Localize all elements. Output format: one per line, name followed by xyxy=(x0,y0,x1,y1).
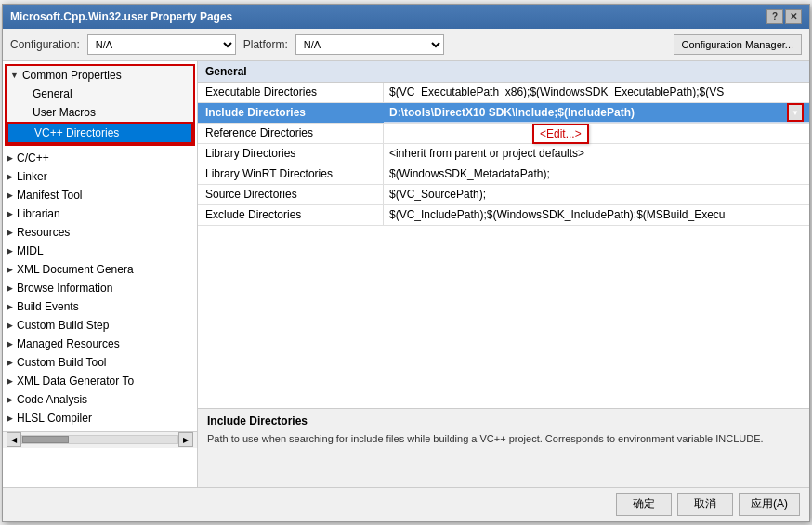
section-header-text: General xyxy=(205,65,247,78)
expand-arrow-xml-data: ▶ xyxy=(7,376,13,386)
config-label: Configuration: xyxy=(10,38,80,51)
xml-doc-label: XML Document Genera xyxy=(17,263,134,276)
src-dirs-value: $(VC_SourcePath); xyxy=(389,188,804,201)
lib-dirs-value: <inherit from parent or project defaults… xyxy=(389,147,804,160)
hlsl-label: HLSL Compiler xyxy=(17,412,92,425)
winrt-dirs-value: $(WindowsSDK_MetadataPath); xyxy=(389,167,804,180)
browse-info-label: Browse Information xyxy=(17,282,112,295)
custom-build-step-label: Custom Build Step xyxy=(17,319,109,332)
expand-arrow-linker: ▶ xyxy=(7,172,13,181)
sidebar-item-midl[interactable]: ▶ MIDL xyxy=(3,242,197,260)
close-button[interactable]: ✕ xyxy=(785,9,802,24)
prop-name-exec-dirs: Executable Directories xyxy=(198,83,384,102)
prop-value-winrt-dirs: $(WindowsSDK_MetadataPath); xyxy=(384,167,809,180)
table-row[interactable]: Source Directories $(VC_SourcePath); xyxy=(198,185,809,205)
table-row[interactable]: Include Directories D:\tools\DirectX10 S… xyxy=(198,103,809,124)
excl-dirs-value: $(VC_IncludePath);$(WindowsSDK_IncludePa… xyxy=(389,208,804,221)
sidebar-item-manifest-tool[interactable]: ▶ Manifest Tool xyxy=(3,186,197,204)
cpp-label: C/C++ xyxy=(17,151,49,164)
expand-arrow-custom-build: ▶ xyxy=(7,321,13,330)
prop-name-src-dirs: Source Directories xyxy=(198,185,384,204)
sidebar-item-custom-build-tool[interactable]: ▶ Custom Build Tool xyxy=(3,353,197,372)
apply-button[interactable]: 应用(A) xyxy=(739,493,800,516)
platform-select[interactable]: N/A xyxy=(295,34,444,55)
bottom-bar: 确定 取消 应用(A) xyxy=(3,487,809,521)
sidebar-item-custom-build-step[interactable]: ▶ Custom Build Step xyxy=(3,316,197,335)
table-row[interactable]: Reference Directories xyxy=(198,124,809,144)
librarian-label: Librarian xyxy=(17,207,60,220)
sidebar-item-linker[interactable]: ▶ Linker xyxy=(3,167,197,186)
platform-label: Platform: xyxy=(243,38,288,51)
expand-arrow-build-events: ▶ xyxy=(7,302,13,311)
prop-value-include-dirs: D:\tools\DirectX10 SDK\Include;$(Include… xyxy=(384,103,809,122)
scroll-left-btn[interactable]: ◀ xyxy=(7,432,21,447)
help-button[interactable]: ? xyxy=(766,9,783,24)
expand-arrow-librarian: ▶ xyxy=(7,209,13,218)
ok-button[interactable]: 确定 xyxy=(616,493,672,516)
table-row[interactable]: Library Directories <inherit from parent… xyxy=(198,144,809,164)
prop-value-src-dirs: $(VC_SourcePath); xyxy=(384,188,809,201)
sidebar-item-vc-directories[interactable]: VC++ Directories xyxy=(7,122,193,144)
main-content: ▼ Common Properties General User Macros … xyxy=(3,61,809,487)
property-pages-dialog: Microsoft.Cpp.Win32.user Property Pages … xyxy=(2,4,810,522)
config-select[interactable]: N/A xyxy=(87,34,236,55)
sidebar-item-xml-doc[interactable]: ▶ XML Document Genera xyxy=(3,260,197,279)
prop-value-excl-dirs: $(VC_IncludePath);$(WindowsSDK_IncludePa… xyxy=(384,208,809,221)
title-bar: Microsoft.Cpp.Win32.user Property Pages … xyxy=(3,5,809,29)
sidebar-item-browse-info[interactable]: ▶ Browse Information xyxy=(3,279,197,297)
prop-name-include-dirs: Include Directories xyxy=(198,103,384,123)
description-panel: Include Directories Path to use when sea… xyxy=(198,408,809,487)
midl-label: MIDL xyxy=(17,244,44,257)
scroll-thumb xyxy=(22,436,69,443)
expand-arrow-xml-doc: ▶ xyxy=(7,265,13,274)
table-row[interactable]: Library WinRT Directories $(WindowsSDK_M… xyxy=(198,164,809,185)
cancel-button[interactable]: 取消 xyxy=(677,493,733,516)
xml-data-gen-label: XML Data Generator To xyxy=(17,374,134,387)
expand-arrow-custom-build-tool: ▶ xyxy=(7,358,13,367)
sidebar-item-code-analysis[interactable]: ▶ Code Analysis xyxy=(3,390,197,409)
right-panel: General Executable Directories $(VC_Exec… xyxy=(198,61,809,487)
prop-name-lib-dirs: Library Directories xyxy=(198,144,384,164)
left-scrollbar: ◀ ▶ xyxy=(3,431,197,448)
manifest-label: Manifest Tool xyxy=(17,189,82,202)
expand-arrow-common: ▼ xyxy=(10,71,19,80)
scroll-right-btn[interactable]: ▶ xyxy=(178,432,193,447)
managed-resources-label: Managed Resources xyxy=(17,337,120,350)
expand-arrow-hlsl: ▶ xyxy=(7,413,13,423)
edit-popup[interactable]: <Edit...> xyxy=(532,124,589,144)
include-dirs-value: D:\tools\DirectX10 SDK\Include;$(Include… xyxy=(389,106,787,119)
expand-arrow-resources: ▶ xyxy=(7,228,13,237)
config-manager-button[interactable]: Configuration Manager... xyxy=(674,34,802,55)
prop-name-ref-dirs: Reference Directories xyxy=(198,124,384,143)
sidebar-item-general[interactable]: General xyxy=(7,85,193,103)
common-properties-section: ▼ Common Properties General User Macros … xyxy=(5,64,195,146)
sidebar-item-hlsl[interactable]: ▶ HLSL Compiler xyxy=(3,409,197,427)
include-dirs-dropdown-btn[interactable]: ▼ xyxy=(787,103,804,122)
table-row[interactable]: Exclude Directories $(VC_IncludePath);$(… xyxy=(198,205,809,226)
sidebar-item-librarian[interactable]: ▶ Librarian xyxy=(3,204,197,223)
expand-arrow-code: ▶ xyxy=(7,395,13,404)
expand-arrow-cpp: ▶ xyxy=(7,153,13,163)
left-panel: ▼ Common Properties General User Macros … xyxy=(3,61,198,487)
sidebar-item-user-macros[interactable]: User Macros xyxy=(7,103,193,122)
prop-name-excl-dirs: Exclude Directories xyxy=(198,205,384,225)
common-properties-header[interactable]: ▼ Common Properties xyxy=(7,66,193,85)
expand-arrow-browse: ▶ xyxy=(7,283,13,293)
scroll-track xyxy=(21,435,178,444)
sidebar-item-managed-resources[interactable]: ▶ Managed Resources xyxy=(3,335,197,353)
code-analysis-label: Code Analysis xyxy=(17,393,87,406)
resources-label: Resources xyxy=(17,226,70,239)
sidebar-item-xml-data-gen[interactable]: ▶ XML Data Generator To xyxy=(3,372,197,390)
title-bar-buttons: ? ✕ xyxy=(766,9,802,24)
toolbar: Configuration: N/A Platform: N/A Configu… xyxy=(3,29,809,61)
description-text: Path to use when searching for include f… xyxy=(207,431,800,447)
prop-value-lib-dirs: <inherit from parent or project defaults… xyxy=(384,147,809,160)
prop-value-exec-dirs: $(VC_ExecutablePath_x86);$(WindowsSDK_Ex… xyxy=(384,85,809,98)
description-title: Include Directories xyxy=(207,414,800,427)
sidebar-item-build-events[interactable]: ▶ Build Events xyxy=(3,297,197,316)
prop-name-winrt-dirs: Library WinRT Directories xyxy=(198,164,384,184)
table-row[interactable]: Executable Directories $(VC_ExecutablePa… xyxy=(198,83,809,103)
sidebar-item-resources[interactable]: ▶ Resources xyxy=(3,223,197,242)
sidebar-item-cpp[interactable]: ▶ C/C++ xyxy=(3,149,197,167)
build-events-label: Build Events xyxy=(17,300,79,313)
